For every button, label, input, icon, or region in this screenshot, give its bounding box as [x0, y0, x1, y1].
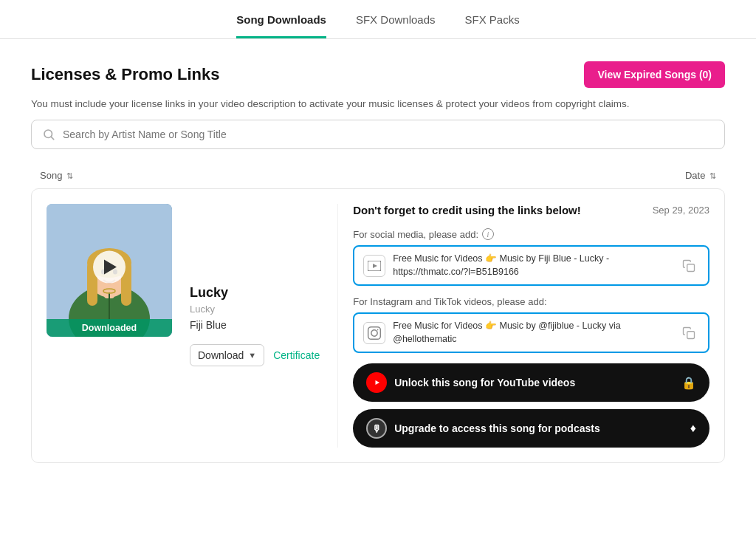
instagram-credit-box: Free Music for Videos 👉 Music by @fijibl… — [353, 312, 709, 353]
svg-point-18 — [377, 329, 379, 330]
yt-btn-left: Unlock this song for YouTube videos — [366, 372, 575, 393]
podcast-btn-left: 🎙 Upgrade to access this song for podcas… — [366, 418, 600, 439]
svg-point-17 — [371, 329, 377, 335]
main-content: Licenses & Promo Links View Expired Song… — [16, 39, 740, 485]
play-triangle-icon — [104, 260, 117, 275]
artist-name: Fiji Blue — [190, 319, 320, 331]
page-title: Licenses & Promo Links — [31, 65, 220, 84]
top-nav: Song Downloads SFX Downloads SFX Packs — [0, 0, 756, 39]
song-card-inner: Downloaded Lucky Lucky Fiji Blue Downloa… — [32, 189, 724, 462]
video-icon — [363, 255, 385, 277]
download-dropdown[interactable]: Download ▼ — [190, 344, 264, 366]
table-header: Song ⇅ Date ⇅ — [31, 167, 725, 188]
copy-social-button[interactable] — [678, 256, 699, 276]
song-card: Downloaded Lucky Lucky Fiji Blue Downloa… — [31, 188, 725, 463]
info-icon: i — [482, 228, 494, 240]
svg-marker-14 — [373, 264, 377, 268]
credits-title: Don't forget to credit using the links b… — [353, 204, 581, 216]
section-header: Licenses & Promo Links View Expired Song… — [31, 61, 725, 88]
action-buttons: Unlock this song for YouTube videos 🔒 🎙 … — [353, 363, 709, 448]
instagram-icon — [363, 322, 385, 344]
social-label: For social media, please add: i — [353, 228, 709, 240]
copy-icon — [682, 259, 695, 273]
instagram-logo-icon — [367, 326, 382, 340]
diamond-icon: ♦ — [690, 422, 696, 435]
search-bar — [31, 120, 725, 149]
view-expired-button[interactable]: View Expired Songs (0) — [584, 61, 725, 88]
play-button[interactable] — [93, 251, 126, 284]
svg-line-1 — [51, 137, 53, 139]
song-col-header[interactable]: Song ⇅ — [40, 170, 73, 181]
song-sort-icon: ⇅ — [66, 171, 73, 181]
svg-marker-20 — [376, 380, 380, 385]
instagram-label: For Instagram and TikTok videos, please … — [353, 296, 709, 307]
song-thumbnail[interactable]: Downloaded — [47, 204, 172, 337]
podcast-icon: 🎙 — [366, 418, 387, 439]
certificate-link[interactable]: Certificate — [273, 349, 320, 361]
date-col-header[interactable]: Date ⇅ — [685, 170, 716, 181]
tab-song-downloads[interactable]: Song Downloads — [236, 13, 326, 38]
chevron-down-icon: ▼ — [248, 351, 256, 360]
youtube-icon — [366, 372, 387, 393]
youtube-unlock-button[interactable]: Unlock this song for YouTube videos 🔒 — [353, 363, 709, 402]
lock-icon: 🔒 — [681, 376, 696, 390]
social-credit-text: Free Music for Videos 👉 Music by Fiji Bl… — [393, 253, 671, 278]
instagram-credit-text: Free Music for Videos 👉 Music by @fijibl… — [393, 320, 671, 346]
song-actions: Download ▼ Certificate — [190, 344, 320, 366]
download-label: Download — [198, 349, 244, 361]
yt-play-icon — [372, 378, 381, 387]
downloaded-badge: Downloaded — [47, 319, 172, 337]
search-icon — [42, 128, 55, 141]
song-title: Lucky — [190, 285, 320, 301]
copy-ig-icon — [682, 326, 695, 340]
svg-rect-16 — [368, 326, 381, 339]
info-text: You must include your license links in y… — [31, 98, 725, 109]
credits-date: Sep 29, 2023 — [653, 205, 709, 216]
date-sort-icon: ⇅ — [709, 171, 716, 181]
search-input[interactable] — [63, 129, 714, 140]
tab-sfx-packs[interactable]: SFX Packs — [465, 13, 520, 38]
credits-section: Don't forget to credit using the links b… — [337, 204, 709, 448]
svg-rect-15 — [687, 264, 695, 271]
yt-btn-label: Unlock this song for YouTube videos — [394, 377, 575, 388]
social-credit-box: Free Music for Videos 👉 Music by Fiji Bl… — [353, 245, 709, 286]
podcast-upgrade-button[interactable]: 🎙 Upgrade to access this song for podcas… — [353, 409, 709, 448]
play-video-icon — [368, 261, 381, 271]
svg-rect-19 — [687, 331, 695, 338]
tab-sfx-downloads[interactable]: SFX Downloads — [356, 13, 436, 38]
podcast-btn-label: Upgrade to access this song for podcasts — [394, 422, 600, 434]
song-subtitle: Lucky — [190, 304, 320, 315]
copy-instagram-button[interactable] — [678, 323, 699, 343]
song-info: Lucky Lucky Fiji Blue Download ▼ Certifi… — [190, 204, 320, 448]
credits-header: Don't forget to credit using the links b… — [353, 204, 709, 216]
